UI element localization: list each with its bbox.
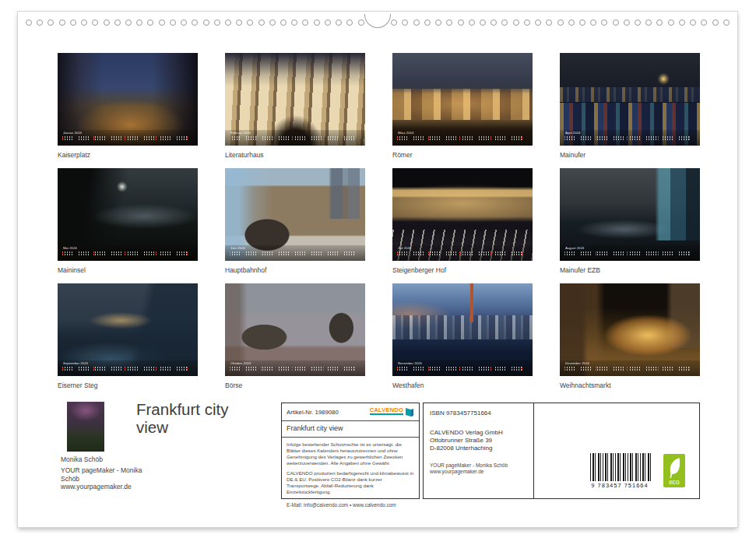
mini-calendar-days [62, 139, 193, 140]
mini-calendar: September 2024 [58, 360, 198, 376]
binding-hole [491, 19, 497, 26]
binding-hole [568, 19, 575, 26]
photo-caption: Hauptbahnhof [225, 266, 365, 274]
mini-calendar-days [564, 251, 695, 253]
binding-hole [192, 19, 198, 26]
binding-hole [535, 19, 541, 26]
mini-calendar-days [564, 369, 695, 371]
binding-hole [679, 19, 685, 26]
binding-hole [225, 19, 231, 26]
mini-calendar-days [397, 369, 528, 371]
binding-hole [125, 19, 132, 26]
binding-hole [712, 19, 719, 26]
eco-label: eco [663, 478, 685, 486]
article-info-header: Artikel-Nr. 1989080 CALVENDO [282, 403, 419, 421]
calendar-sheet: Januar 2024 Kaiserplatz Februar 2024 Lit… [17, 11, 738, 528]
eco-logo: eco [663, 454, 685, 487]
photo-caption: Literaturhaus [225, 151, 365, 159]
photo-eiserner-steg: September 2024 [58, 283, 198, 376]
month-cell-november: November 2024 Westhafen [392, 283, 533, 399]
calvendo-flag-icon [405, 407, 414, 417]
binding-hole [601, 19, 607, 26]
photo-caption: Römer [392, 151, 533, 159]
binding-hole [624, 19, 630, 26]
photo-caption: Maininsel [58, 266, 198, 274]
mini-calendar-days [62, 136, 193, 138]
photo-roemer: März 2024 [392, 53, 533, 146]
binding-hole [104, 19, 110, 26]
publisher-box: ISBN 9783457751664 CALVENDO Verlag GmbH … [423, 403, 700, 499]
mini-calendar-month: Juli 2024 [398, 246, 495, 249]
month-cell-october: Oktober 2024 Börse [225, 283, 365, 399]
mini-calendar-days [397, 139, 528, 140]
binding-hole [458, 19, 464, 26]
binding-hole [336, 19, 342, 26]
mini-calendar-days [230, 136, 360, 138]
mini-calendar-month: Oktober 2024 [230, 361, 328, 364]
mini-calendar-month: Mai 2024 [63, 246, 160, 249]
binding-hole [513, 19, 519, 26]
mini-calendar-month: Februar 2024 [230, 131, 328, 134]
binding-hole [424, 19, 431, 26]
mini-calendar-days [397, 136, 528, 138]
cover-thumbnail [67, 402, 104, 452]
maker-line: YOUR pageMaker - Monika Schöb [61, 466, 149, 483]
binding-hole [214, 19, 220, 26]
binding-hole [92, 19, 98, 26]
mini-calendar-days [62, 369, 193, 371]
month-cell-april: April 2024 Mainufer [560, 53, 700, 168]
binding-hole [269, 19, 276, 26]
mini-calendar: August 2024 [560, 245, 700, 261]
photo-kaiserplatz: Januar 2024 [58, 53, 198, 146]
ean-barcode: 9 783457 751664 [579, 453, 660, 489]
binding-hole [391, 19, 397, 26]
photo-boerse: Oktober 2024 [225, 283, 365, 376]
binding-hole [159, 19, 165, 26]
mini-calendar-month: September 2024 [63, 361, 160, 364]
mini-calendar-days [230, 251, 360, 253]
mini-calendar-days [230, 254, 360, 255]
binding-hole [358, 19, 364, 26]
photo-weihnachtsmarkt: Dezember 2024 [560, 283, 700, 376]
photo-caption: Steigenberger Hof [392, 266, 533, 274]
photo-caption: Kaiserplatz [58, 151, 198, 159]
photo-westhafen: November 2024 [392, 283, 533, 376]
legal-eco: CALVENDO produziert bedarfsgerecht und k… [287, 470, 414, 495]
binding-hole [723, 19, 730, 26]
publisher-city: D-82008 Unterhaching [430, 445, 527, 452]
publisher-details: ISBN 9783457751664 CALVENDO Verlag GmbH … [424, 403, 534, 498]
month-cell-may: Mai 2024 Maininsel [58, 168, 198, 283]
mini-calendar-month: April 2024 [565, 131, 663, 134]
mini-calendar-days [230, 139, 360, 140]
binding-hole [247, 19, 253, 26]
mini-calendar: Oktober 2024 [225, 360, 365, 376]
binding-hole [557, 19, 564, 26]
mini-calendar-days [397, 254, 528, 255]
binding-hole [170, 19, 176, 26]
binding-hole [668, 19, 674, 26]
isbn: ISBN 9783457751664 [430, 410, 527, 417]
binding-hole [524, 19, 530, 26]
binding-hole [59, 19, 65, 26]
binding-hole [501, 19, 508, 26]
barcode-panel: 9 783457 751664 eco [534, 403, 699, 498]
photo-literaturhaus: Februar 2024 [225, 53, 365, 146]
binding-hole [656, 19, 663, 26]
binding-hole [690, 19, 696, 26]
month-cell-february: Februar 2024 Literaturhaus [225, 53, 365, 168]
mini-calendar-month: Juni 2024 [230, 246, 328, 249]
month-cell-june: Juni 2024 Hauptbahnhof [225, 168, 365, 283]
binding-hole [314, 19, 320, 26]
binding-hole [280, 19, 287, 26]
binding-hole [181, 19, 187, 26]
calvendo-logo: CALVENDO [370, 407, 414, 417]
publisher-street: Ottobrunner Straße 39 [430, 437, 527, 445]
mini-calendar-days [62, 367, 193, 368]
mini-calendar: Juni 2024 [225, 245, 365, 261]
calendar-preview-page: Januar 2024 Kaiserplatz Februar 2024 Lit… [0, 0, 756, 545]
photo-caption: Eiserner Steg [58, 382, 198, 389]
mini-calendar-days [397, 251, 528, 253]
calvendo-tagline-bar [370, 413, 403, 415]
mini-calendar-days [62, 254, 193, 255]
photo-caption: Westhafen [392, 382, 533, 389]
